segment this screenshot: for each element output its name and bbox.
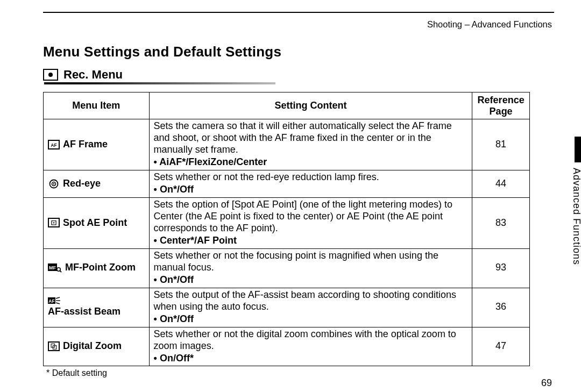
col-header-setting: Setting Content	[149, 92, 472, 119]
menu-item-name: Spot AE Point	[63, 217, 127, 229]
setting-description: Sets the camera so that it will either a…	[154, 120, 468, 156]
digital-zoom-icon	[48, 341, 60, 351]
setting-options: On*/Off	[154, 274, 468, 286]
page-number: 69	[541, 377, 552, 389]
camera-icon	[43, 69, 58, 81]
section-underline	[44, 82, 275, 84]
menu-item-name: AF Frame	[63, 139, 108, 151]
settings-table: Menu Item Setting Content Reference Page…	[43, 92, 530, 366]
page-title: Menu Settings and Default Settings	[43, 44, 554, 60]
reference-page: 47	[472, 327, 530, 366]
setting-options: AiAF*/FlexiZone/Center	[154, 156, 468, 168]
menu-item-name: Digital Zoom	[63, 340, 122, 352]
svg-text:AF: AF	[51, 142, 57, 147]
section-label: Rec. Menu	[63, 68, 123, 82]
reference-page: 36	[472, 288, 530, 327]
table-row: Spot AE Point Sets the option of [Spot A…	[44, 198, 530, 249]
reference-page: 44	[472, 170, 530, 198]
table-row: Red-eye Sets whether or not the red-eye …	[44, 170, 530, 198]
af-assist-icon: AF	[48, 297, 61, 304]
setting-description: Sets the option of [Spot AE Point] (one …	[154, 199, 468, 234]
setting-description: Sets the output of the AF-assist beam ac…	[154, 289, 468, 313]
menu-item-name: Red-eye	[63, 178, 101, 190]
svg-point-8	[57, 268, 60, 271]
table-row: AF AF-assist Beam Sets the output of the…	[44, 288, 530, 327]
setting-options: Center*/AF Point	[154, 235, 468, 247]
table-row: AF AF Frame Sets the camera so that it w…	[44, 119, 530, 170]
setting-description: Sets whether or not the red-eye reductio…	[154, 172, 468, 183]
col-header-reference: Reference Page	[472, 92, 530, 119]
svg-line-14	[56, 303, 60, 304]
reference-page: 93	[472, 248, 530, 288]
af-frame-icon: AF	[48, 140, 60, 149]
thumb-tab-advanced-functions: Advanced Functions	[569, 137, 581, 266]
svg-line-12	[56, 297, 60, 298]
svg-line-9	[60, 271, 61, 273]
setting-description: Sets whether or not the focusing point i…	[154, 250, 468, 274]
svg-point-3	[53, 183, 55, 184]
setting-options: On*/Off	[154, 313, 468, 325]
section-heading: Rec. Menu	[43, 68, 554, 82]
setting-description: Sets whether or not the digital zoom com…	[154, 329, 468, 352]
svg-point-5	[53, 223, 54, 224]
reference-page: 83	[472, 198, 530, 249]
spot-ae-icon	[48, 218, 60, 227]
setting-options: On*/Off	[154, 184, 468, 196]
setting-options: On/Off*	[154, 353, 468, 365]
table-row: MF MF-Point Zoom Sets whether or not the…	[44, 248, 530, 288]
svg-text:AF: AF	[48, 298, 54, 304]
col-header-item: Menu Item	[44, 92, 150, 119]
footnote: * Default setting	[46, 368, 554, 378]
menu-item-name: MF-Point Zoom	[65, 262, 136, 274]
svg-text:MF: MF	[49, 265, 56, 270]
table-row: Digital Zoom Sets whether or not the dig…	[44, 327, 530, 366]
side-tab-label: Advanced Functions	[571, 168, 581, 265]
breadcrumb: Shooting – Advanced Functions	[43, 19, 554, 30]
menu-item-name: AF-assist Beam	[48, 306, 121, 318]
reference-page: 81	[472, 119, 530, 170]
red-eye-icon	[48, 179, 60, 189]
mf-zoom-icon: MF	[48, 263, 62, 273]
